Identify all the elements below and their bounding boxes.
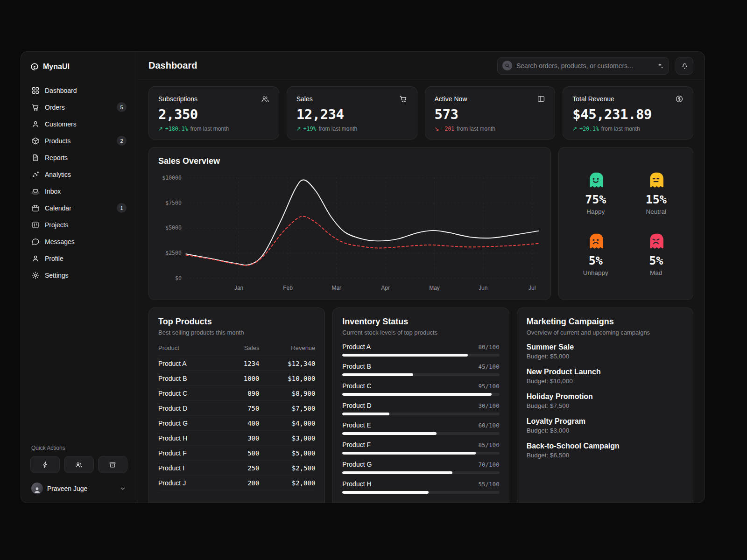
dashboard-content: Subscriptions 2,350 ↗ +180.1% from last …	[137, 80, 705, 503]
search-icon	[502, 61, 512, 70]
quick-action-archive[interactable]	[98, 456, 127, 473]
sales-overview-title: Sales Overview	[158, 156, 541, 166]
sidebar-item-label: Calendar	[45, 204, 71, 212]
svg-text:$10000: $10000	[162, 175, 182, 181]
users-icon	[261, 95, 269, 103]
stock-progress-track	[342, 354, 499, 357]
table-row: Product D 750 $7,500	[158, 401, 315, 416]
campaign-item: Summer Sale Budget: $5,000	[527, 343, 684, 360]
table-row: Product A 1234 $12,340	[158, 356, 315, 371]
avatar	[31, 483, 43, 494]
sidebar-badge: 1	[117, 203, 127, 213]
product-name-cell: Product D	[158, 401, 227, 416]
sales-cell: 400	[227, 416, 259, 431]
sidebar-item-label: Products	[45, 137, 70, 145]
stock-progress-track	[342, 452, 499, 455]
table-row: Product F 500 $5,000	[158, 446, 315, 461]
stock-progress-fill	[342, 354, 468, 357]
stock-progress-track	[342, 471, 499, 474]
table-row: Product I 250 $2,500	[158, 461, 315, 476]
stat-card-total-revenue: Total Revenue $45,231.89 ↗ +20.1% from l…	[563, 86, 693, 140]
search-bar[interactable]	[497, 57, 669, 75]
inventory-item: Product A 80/100	[342, 343, 499, 357]
table-row: Product G 400 $4,000	[158, 416, 315, 431]
sentiment-label: Mad	[650, 269, 662, 276]
product-name-cell: Product H	[158, 431, 227, 446]
stock-level: 45/100	[479, 363, 500, 370]
stat-value: 573	[435, 106, 546, 122]
quick-action-users[interactable]	[64, 456, 93, 473]
campaigns-list: Summer Sale Budget: $5,000 New Product L…	[527, 343, 684, 459]
inventory-list: Product A 80/100 Product B 45/100 Produc…	[342, 343, 499, 494]
table-header-row: ProductSalesRevenue	[158, 342, 315, 356]
topbar: Dashboard	[137, 52, 705, 80]
campaign-budget: Budget: $7,500	[527, 402, 684, 409]
stock-level: 80/100	[479, 343, 500, 350]
customer-sentiment-card: 75% Happy 15% Neutral 5% Unhappy 5% Mad	[558, 147, 693, 300]
chevron-down-icon[interactable]	[119, 485, 127, 492]
ghost-mad-icon	[647, 232, 665, 251]
stock-progress-fill	[342, 393, 492, 396]
sentiment-label: Unhappy	[583, 269, 608, 276]
sparkle-icon[interactable]	[656, 62, 664, 70]
top-products-table: ProductSalesRevenue Product A 1234 $12,3…	[158, 342, 315, 490]
stat-delta-suffix: from last month	[601, 126, 640, 132]
analytics-icon	[31, 170, 40, 179]
search-input[interactable]	[516, 62, 652, 70]
column-header: Product	[158, 342, 227, 356]
notifications-button[interactable]	[676, 57, 693, 75]
stat-label: Active Now	[435, 95, 467, 103]
sentiment-percentage: 5%	[589, 254, 603, 267]
campaign-name: Loyalty Program	[527, 417, 684, 426]
sentiment-label: Neutral	[646, 208, 666, 215]
campaign-item: Back-to-School Campaign Budget: $6,500	[527, 442, 684, 459]
quick-action-lightning[interactable]	[30, 456, 60, 473]
sidebar-item-calendar[interactable]: Calendar 1	[27, 200, 131, 216]
campaigns-subtitle: Overview of current and upcoming campaig…	[527, 329, 684, 336]
svg-text:Apr: Apr	[381, 285, 390, 291]
sales-cell: 200	[227, 476, 259, 490]
user-menu[interactable]: Praveen Juge	[27, 481, 131, 494]
stock-progress-fill	[342, 432, 437, 435]
main-area: Dashboard Subscriptions 2,350 ↗ +180.1%	[137, 52, 705, 503]
stat-label: Total Revenue	[572, 95, 614, 103]
sidebar-item-analytics[interactable]: Analytics	[27, 167, 131, 182]
stock-progress-fill	[342, 373, 413, 376]
product-name: Product A	[342, 343, 371, 350]
sidebar-item-label: Reports	[45, 154, 68, 161]
sidebar-item-settings[interactable]: Settings	[27, 267, 131, 283]
mid-row: Sales Overview $10000$7500$5000$2500$0Ja…	[148, 147, 693, 300]
topbar-actions	[497, 57, 693, 75]
sales-cell: 300	[227, 431, 259, 446]
sidebar-item-orders[interactable]: Orders 5	[27, 99, 131, 115]
sidebar-item-reports[interactable]: Reports	[27, 150, 131, 165]
user-name: Praveen Juge	[47, 485, 87, 492]
stat-card-subscriptions: Subscriptions 2,350 ↗ +180.1% from last …	[148, 86, 279, 140]
table-row: Product J 200 $2,000	[158, 476, 315, 490]
sidebar-item-messages[interactable]: Messages	[27, 234, 131, 249]
ghost-unhappy-icon	[586, 232, 605, 251]
sidebar: MynaUI Dashboard Orders 5 Customers Prod…	[21, 52, 137, 503]
inventory-title: Inventory Status	[342, 317, 499, 327]
column-header: Revenue	[259, 342, 315, 356]
stat-label: Subscriptions	[158, 95, 197, 103]
sales-cell: 750	[227, 401, 259, 416]
product-name-cell: Product I	[158, 461, 227, 476]
product-name-cell: Product B	[158, 371, 227, 386]
sidebar-item-inbox[interactable]: Inbox	[27, 183, 131, 199]
inventory-subtitle: Current stock levels of top products	[342, 329, 499, 336]
svg-text:$0: $0	[175, 275, 182, 281]
svg-text:Jul: Jul	[529, 285, 536, 291]
sidebar-item-label: Dashboard	[45, 87, 77, 94]
cart-icon	[399, 95, 408, 103]
sales-cell: 1000	[227, 371, 259, 386]
sidebar-item-projects[interactable]: Projects	[27, 217, 131, 232]
bell-icon	[681, 62, 689, 70]
page-title: Dashboard	[148, 60, 197, 71]
sidebar-item-dashboard[interactable]: Dashboard	[27, 83, 131, 98]
sidebar-item-products[interactable]: Products 2	[27, 133, 131, 148]
sidebar-item-customers[interactable]: Customers	[27, 116, 131, 132]
campaign-item: Loyalty Program Budget: $3,000	[527, 417, 684, 434]
sidebar-item-profile[interactable]: Profile	[27, 251, 131, 266]
sentiment-label: Happy	[586, 208, 605, 215]
